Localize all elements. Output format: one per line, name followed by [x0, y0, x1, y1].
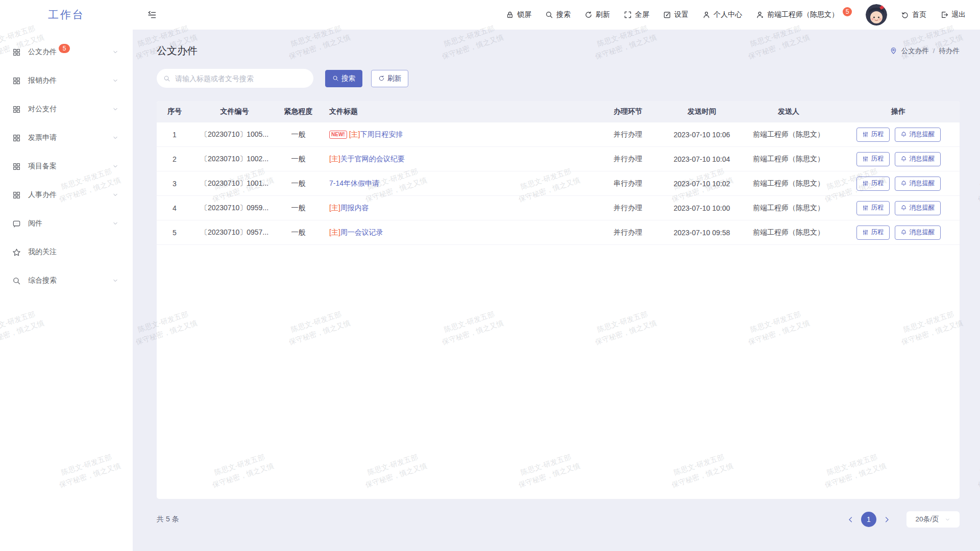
sidebar-item-sousuo[interactable]: 综合搜索 [0, 266, 133, 295]
col-step: 办理环节 [592, 107, 664, 116]
doc-title-link[interactable]: [主]关于官网的会议纪要 [329, 155, 405, 163]
sliders-icon [862, 180, 869, 187]
sidebar-item-duigong[interactable]: 对公支付 [0, 95, 133, 123]
notification-badge: 5 [843, 7, 852, 16]
avatar[interactable] [866, 4, 887, 26]
refresh-button[interactable]: 刷新 [371, 70, 408, 87]
chevron-down-icon [112, 49, 118, 55]
sidebar-item-label: 公文办件 [28, 47, 57, 57]
doc-title-link[interactable]: [主]下周日程安排 [349, 130, 403, 138]
send-time: 2023-07-10 10:04 [664, 155, 740, 163]
chevron-down-icon [112, 278, 118, 284]
undo-icon [901, 11, 909, 19]
next-page-icon[interactable] [881, 514, 893, 525]
table-row: 4 〔20230710〕0959... 一般 [主]周报内容 并行办理 2023… [157, 196, 960, 220]
breadcrumb-root[interactable]: 公文办件 [901, 46, 929, 56]
doc-title-cell: [主]关于官网的会议纪要 [320, 155, 592, 164]
collapse-sidebar-icon[interactable] [147, 10, 157, 20]
send-time: 2023-07-10 10:00 [664, 204, 740, 212]
sidebar-item-gongwen[interactable]: 公文办件 5 [0, 38, 133, 66]
new-badge: NEW! [329, 131, 347, 139]
chevron-down-icon [112, 163, 118, 169]
user-name: 前端工程师（陈思文） [767, 10, 839, 19]
bell-icon [900, 205, 907, 211]
row-actions: 历程 消息提醒 [837, 152, 960, 166]
doc-title-link[interactable]: [主]周一会议记录 [329, 228, 383, 236]
main-content: 公文办件 公文办件 / 待办件 搜索 刷新 [133, 30, 980, 551]
fullscreen-icon [624, 11, 632, 19]
topbar-profile[interactable]: 个人中心 [702, 10, 742, 19]
sidebar-item-xiangmu[interactable]: 项目备案 [0, 152, 133, 181]
notify-button[interactable]: 消息提醒 [895, 128, 941, 142]
topbar-settings[interactable]: 设置 [663, 10, 689, 19]
doc-urgency: 一般 [277, 204, 320, 213]
doc-urgency: 一般 [277, 179, 320, 188]
topbar-item-label: 锁屏 [517, 10, 531, 19]
topbar-search[interactable]: 搜索 [545, 10, 571, 19]
send-time: 2023-07-10 09:58 [664, 229, 740, 237]
send-time: 2023-07-10 10:06 [664, 131, 740, 139]
history-button[interactable]: 历程 [856, 128, 890, 142]
topbar-logout[interactable]: 退出 [940, 10, 966, 19]
topbar-fullscreen[interactable]: 全屏 [624, 10, 649, 19]
prev-page-icon[interactable] [845, 514, 856, 525]
doc-code: 〔20230710〕1005... [192, 130, 277, 139]
lock-icon [506, 11, 514, 19]
sidebar-item-baoxiao[interactable]: 报销办件 [0, 66, 133, 95]
row-actions: 历程 消息提醒 [837, 177, 960, 191]
page-number[interactable]: 1 [861, 512, 876, 527]
search-button[interactable]: 搜索 [325, 70, 362, 87]
process-step: 并行办理 [592, 155, 664, 164]
history-button[interactable]: 历程 [856, 152, 890, 166]
history-button[interactable]: 历程 [856, 177, 890, 191]
search-icon [332, 75, 339, 82]
topbar-home[interactable]: 首页 [901, 10, 926, 19]
search-input[interactable] [157, 69, 313, 88]
grid-icon [12, 162, 21, 171]
bell-icon [900, 131, 907, 138]
page-size-select[interactable]: 20条/页 [906, 511, 960, 528]
row-index: 2 [157, 155, 192, 163]
sliders-icon [862, 156, 869, 162]
sidebar-item-label: 人事办件 [28, 190, 57, 199]
table-row: 3 〔20230710〕1001... 一般 7-14年休假申请 串行办理 20… [157, 171, 960, 196]
doc-code: 〔20230710〕1002... [192, 155, 277, 164]
sidebar-item-yuejian[interactable]: 阅件 [0, 209, 133, 238]
sidebar-item-label: 阅件 [28, 219, 42, 228]
topbar-user[interactable]: 前端工程师（陈思文） 5 [756, 10, 852, 19]
chevron-down-icon [112, 220, 118, 227]
notify-button[interactable]: 消息提醒 [895, 152, 941, 166]
grid-icon [12, 48, 21, 57]
row-index: 5 [157, 229, 192, 237]
chevron-down-icon [112, 106, 118, 112]
doc-title-link[interactable]: 7-14年休假申请 [329, 179, 379, 187]
doc-title-link[interactable]: [主]周报内容 [329, 204, 369, 212]
notify-button[interactable]: 消息提醒 [895, 177, 941, 191]
topbar: 锁屏 搜索 刷新 全屏 设置 个人中心 前端工程师（陈思文） 5 [133, 0, 980, 30]
total-count: 共 5 条 [157, 515, 179, 524]
table-row: 1 〔20230710〕1005... 一般 NEW![主]下周日程安排 并行办… [157, 122, 960, 147]
col-urgency: 紧急程度 [277, 107, 320, 116]
topbar-lock[interactable]: 锁屏 [506, 10, 531, 19]
col-sender: 发送人 [740, 107, 837, 116]
sidebar-item-guanzhu[interactable]: 我的关注 [0, 238, 133, 266]
row-actions: 历程 消息提醒 [837, 226, 960, 240]
col-time: 发送时间 [664, 107, 740, 116]
sidebar-item-label: 报销办件 [28, 76, 57, 85]
topbar-item-label: 设置 [674, 10, 689, 19]
col-index: 序号 [157, 107, 192, 116]
sender-name: 前端工程师（陈思文） [740, 155, 837, 164]
sidebar-item-fapiao[interactable]: 发票申请 [0, 123, 133, 152]
process-step: 并行办理 [592, 204, 664, 213]
sidebar-item-renshi[interactable]: 人事办件 [0, 181, 133, 209]
topbar-refresh[interactable]: 刷新 [584, 10, 610, 19]
sidebar-item-label: 综合搜索 [28, 276, 57, 285]
notify-button[interactable]: 消息提醒 [895, 226, 941, 240]
history-button[interactable]: 历程 [856, 201, 890, 215]
chevron-down-icon [112, 135, 118, 141]
notify-button[interactable]: 消息提醒 [895, 201, 941, 215]
topbar-item-label: 个人中心 [714, 10, 742, 19]
doc-title-cell: [主]周报内容 [320, 204, 592, 213]
history-button[interactable]: 历程 [856, 226, 890, 240]
doc-urgency: 一般 [277, 155, 320, 164]
